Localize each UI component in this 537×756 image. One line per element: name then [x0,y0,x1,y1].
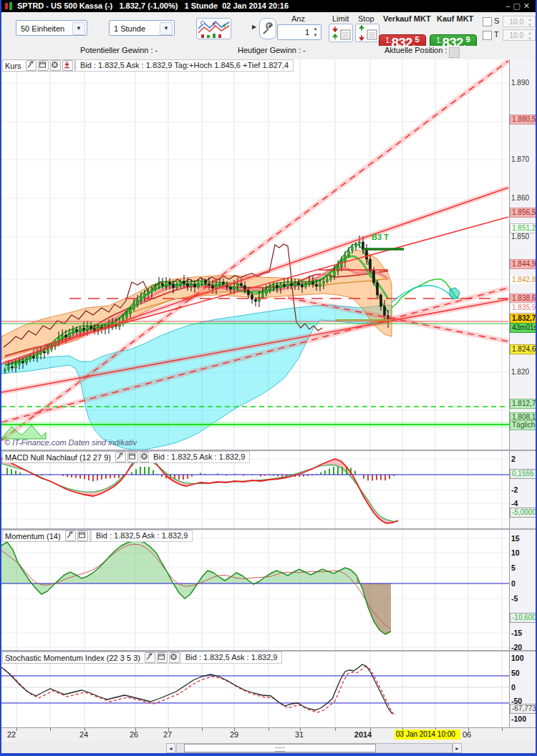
title-bar: SPTRD - US 500 Kassa (-) 1.832,7 (-1,00%… [1,0,536,12]
main-toolbar: 50 Einheiten ▼ 1 Stunde ▼ ▶ Anz [1,12,536,47]
time-axis-label: 29 [230,730,238,739]
chart-sell-button[interactable] [62,60,73,71]
time-axis-label: 24 [79,730,88,739]
minimize-icon: – [505,1,513,10]
momentum-panel-title: Momentum (14) [5,532,61,541]
macd-axis-label: 2 [510,455,537,463]
close-icon: ✕ [523,1,533,10]
time-axis-label: 22 [7,730,16,739]
price-axis-label: 1.824,6 [510,344,537,354]
stoch-quote: Bid : 1.832,5 Ask : 1.832,9 [180,651,282,664]
momentum-axis-label: -15 [510,629,537,637]
window-icon [129,454,135,459]
limit-order-button[interactable] [329,24,353,42]
macd-settings-button[interactable] [115,452,126,462]
scrollbar-track[interactable] [176,743,453,753]
price-axis-label: 1.890 [510,79,537,87]
macd-panel-title: MACD Null Nachlauf (12 27 9) [5,453,111,462]
window-border [1,753,536,756]
stoch-axis-label: -100 [510,714,537,723]
stepper-arrows-icon[interactable]: ▲▼ [311,26,320,39]
chevron-down-icon[interactable]: ▼ [160,22,173,35]
kurs-settings-button[interactable] [26,60,37,71]
stoch-axis-label: -67,773 [510,704,537,714]
price-axis-label: 1.850 [510,233,537,241]
price-axis-label: 1.835,9 [510,303,537,313]
stoch-axis-label: 50 [510,669,537,677]
settings-button[interactable] [259,18,276,39]
units-select[interactable]: 50 Einheiten ▼ [16,20,87,36]
close-position-button[interactable] [449,47,460,58]
chevron-down-icon[interactable]: ▼ [72,22,85,35]
price-axis-label: 43m01s [510,323,537,333]
chart-type-icon [197,19,231,39]
today-profit: Heutiger Gewinn : - [238,46,306,54]
s-label: S [494,16,499,25]
chart-type-button[interactable] [196,18,231,39]
price-axis-label: 1.838,6 [510,294,537,304]
current-position: Aktuelle Position : 0 [384,46,454,54]
momentum-axis-label: 10 [510,548,537,557]
target-checkbox[interactable] [483,31,492,40]
momentum-panel-header: Momentum (14) [2,530,103,542]
macd-axis-label: -4 [510,499,537,508]
x-tick [202,728,203,731]
time-axis[interactable]: 22242627293120140603 Jan 2014 10:00 [1,727,536,742]
kurs-detach-button[interactable] [38,60,49,71]
stop-distance-input[interactable]: 10.0▲▼ [503,16,536,27]
x-tick [335,728,336,731]
momentum-axis-label: 5 [510,563,537,572]
quantity-stepper[interactable]: 1 ▲▼ [277,24,321,40]
stoch-close-button[interactable] [169,652,180,663]
stoch-detach-button[interactable] [157,652,168,663]
macd-axis-label: -2 [510,485,537,494]
momentum-settings-button[interactable] [65,530,76,541]
window-controls[interactable]: –▢✕ [505,0,533,12]
window-icon [39,62,45,67]
x-tick [268,728,269,731]
price-axis-label: Täglich [510,420,537,430]
momentum-axis-label: -5 [510,594,537,603]
x-tick [16,728,17,731]
price-axis-label: 1.880,5 [510,115,537,125]
bottom-toolbar: ◄ ► [1,742,536,754]
momentum-chart-canvas[interactable] [1,530,509,650]
time-axis-label: 2014 [354,730,372,739]
scrollbar-thumb[interactable] [184,744,376,752]
toolbar-expand-arrow[interactable]: ▶ [252,24,256,30]
price-axis-label: 1.812,7 [510,399,537,409]
macd-detach-button[interactable] [127,452,138,462]
kurs-panel-title: Kurs [5,62,21,70]
maximize-icon: ▢ [513,1,523,10]
scroll-right-button[interactable]: ► [453,743,462,753]
trading-platform-window: SPTRD - US 500 Kassa (-) 1.832,7 (-1,00%… [0,0,537,756]
stop-order-icon [356,24,379,42]
scroll-left-button[interactable]: ◄ [166,743,175,753]
stoch-axis-label: 0 [510,683,537,692]
time-axis-label: 31 [295,730,304,739]
stoch-panel-header: Stochastic Momentum Index (22 3 5 3) [2,651,183,664]
timeframe-select[interactable]: 1 Stunde ▼ [109,20,175,36]
momentum-axis-label: 15 [510,534,537,543]
pnl-info-row: Potentieller Gewinn : - Heutiger Gewinn … [1,46,536,59]
kurs-chart-canvas[interactable] [1,59,509,450]
limit-label: Limit [332,14,349,23]
kurs-close-button[interactable] [50,60,61,71]
x-tick [50,728,51,731]
time-axis-label: 06 [463,730,471,739]
wrench-icon [147,654,152,659]
macd-axis-label: -5,0000 [510,508,537,518]
momentum-axis-label: -20 [510,643,537,651]
potential-profit: Potentieller Gewinn : - [80,46,158,54]
watermark: © IT-Finance.com Daten sind indikativ [4,438,137,447]
anz-label: Anz [291,14,305,23]
momentum-detach-button[interactable] [77,530,88,541]
limit-order-icon [329,24,352,42]
sell-mkt-label: Verkauf MKT [383,14,431,23]
target-distance-input[interactable]: 10.0▲▼ [503,29,536,41]
wrench-icon [67,532,72,538]
stop-order-button[interactable] [355,24,379,42]
stop-checkbox[interactable] [483,17,492,26]
price-axis-label: 1.842,8 [510,275,537,285]
stoch-settings-button[interactable] [145,652,155,663]
